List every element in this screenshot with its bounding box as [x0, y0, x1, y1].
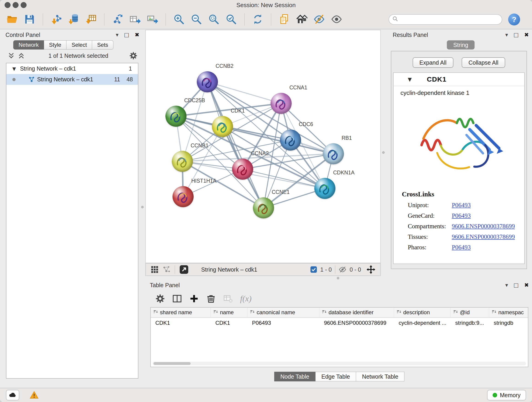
- network-collection-row[interactable]: ▼ String Network – cdk1 1: [6, 63, 138, 74]
- zoom-selected-button[interactable]: [225, 12, 238, 27]
- expand-all-button[interactable]: Expand All: [413, 57, 453, 68]
- import-network-database-button[interactable]: [67, 12, 80, 27]
- panel-float-icon[interactable]: □: [513, 282, 519, 288]
- export-image-button[interactable]: [146, 12, 159, 27]
- table-row[interactable]: CDK1CDK1P064939606.ENSP00000378699cyclin…: [151, 318, 528, 328]
- control-panel-tabs: NetworkStyleSelectSets: [13, 40, 143, 50]
- panel-float-icon[interactable]: □: [124, 32, 129, 38]
- scrollbar-thumb[interactable]: [153, 362, 191, 365]
- network-node-cdc6[interactable]: [280, 129, 301, 151]
- tab-node-table[interactable]: Node Table: [274, 372, 316, 381]
- network-row[interactable]: String Network – cdk1 11 48: [6, 74, 138, 85]
- horizontal-scrollbar[interactable]: [152, 362, 526, 365]
- tab-style[interactable]: Style: [44, 40, 66, 50]
- export-table-button[interactable]: [128, 12, 142, 27]
- crosslink-link[interactable]: P06493: [452, 212, 471, 219]
- show-details-button[interactable]: [330, 12, 343, 27]
- export-view-icon[interactable]: [179, 265, 189, 274]
- crosslink-link[interactable]: P06493: [452, 244, 471, 251]
- network-node-cdk1[interactable]: [212, 116, 233, 137]
- collection-expander-icon[interactable]: ▼: [12, 66, 16, 71]
- tab-select[interactable]: Select: [66, 40, 92, 50]
- panel-close-icon[interactable]: ✖: [524, 282, 529, 288]
- warnings-button[interactable]: [27, 390, 41, 400]
- function-builder-icon[interactable]: f(x): [240, 294, 252, 303]
- zoom-out-button[interactable]: [190, 12, 203, 27]
- column-header-description[interactable]: description: [394, 307, 451, 317]
- crosslink-link[interactable]: 9606.ENSP00000378699: [452, 233, 515, 240]
- column-header-canonical-name[interactable]: canonical name: [247, 307, 319, 317]
- column-header-database-identifier[interactable]: database identifier: [319, 307, 394, 317]
- search-box[interactable]: [389, 14, 502, 25]
- save-session-button[interactable]: [23, 12, 36, 27]
- hide-details-button[interactable]: [312, 12, 326, 27]
- refresh-view-button[interactable]: [251, 12, 264, 27]
- cloud-button[interactable]: [6, 390, 19, 400]
- column-header-name[interactable]: name: [211, 307, 247, 317]
- network-node-ccne1[interactable]: [253, 197, 274, 218]
- network-canvas[interactable]: CCNB2CCNA1CDC25BCDK1CDC6RB1CCNB1CCNA2CDK…: [145, 30, 381, 263]
- horizontal-splitter-handle[interactable]: [337, 277, 339, 279]
- help-button[interactable]: ?: [508, 13, 520, 26]
- memory-button[interactable]: Memory: [487, 390, 526, 400]
- add-column-icon[interactable]: [189, 294, 199, 303]
- search-input[interactable]: [400, 16, 499, 23]
- export-network-button[interactable]: [111, 12, 124, 27]
- panel-menu-icon[interactable]: ▾: [505, 282, 508, 288]
- vertical-splitter-handle[interactable]: [141, 206, 144, 208]
- network-node-ccna1[interactable]: [271, 93, 292, 114]
- minimize-window-button[interactable]: [13, 2, 19, 8]
- network-options-gear-icon[interactable]: [129, 51, 138, 60]
- panel-menu-icon[interactable]: ▾: [505, 32, 508, 38]
- show-columns-icon[interactable]: [172, 294, 182, 303]
- grid-view-icon[interactable]: [151, 266, 158, 274]
- network-node-hist1h1a[interactable]: [172, 186, 194, 207]
- expand-all-networks-icon[interactable]: [17, 52, 25, 60]
- collapse-all-networks-icon[interactable]: [7, 52, 15, 60]
- crosslink-link[interactable]: P06493: [452, 202, 471, 209]
- import-table-file-button[interactable]: [84, 12, 98, 27]
- table-settings-icon[interactable]: [155, 294, 165, 303]
- open-file-button[interactable]: [6, 12, 19, 27]
- column-header-shared-name[interactable]: shared name: [151, 307, 211, 317]
- zoom-window-button[interactable]: [21, 2, 27, 8]
- zoom-in-button[interactable]: [172, 12, 186, 27]
- collapse-all-button[interactable]: Collapse All: [462, 57, 505, 68]
- network-node-cdkn1a[interactable]: [314, 178, 336, 199]
- move-tool-icon[interactable]: [367, 265, 375, 274]
- selected-checkbox-icon[interactable]: [310, 266, 317, 273]
- panel-menu-icon[interactable]: ▾: [116, 32, 119, 38]
- panel-close-icon[interactable]: ✖: [135, 32, 139, 38]
- panel-close-icon[interactable]: ✖: [524, 32, 529, 38]
- network-node-cdc25b[interactable]: [165, 106, 186, 127]
- collapse-entry-icon[interactable]: ▼: [408, 77, 412, 82]
- table-body: CDK1CDK1P064939606.ENSP00000378699cyclin…: [151, 318, 528, 328]
- protein-card-header[interactable]: ▼ CDK1: [394, 73, 524, 86]
- network-edge[interactable]: [207, 82, 281, 103]
- network-node-ccna2[interactable]: [232, 159, 253, 180]
- network-edge[interactable]: [182, 161, 325, 188]
- tab-string[interactable]: String: [447, 40, 475, 50]
- import-network-file-button[interactable]: [50, 12, 63, 27]
- delete-table-icon[interactable]: [223, 294, 233, 303]
- crosslink-link[interactable]: 9606.ENSP00000378699: [452, 223, 515, 230]
- tab-edge-table[interactable]: Edge Table: [316, 372, 356, 381]
- network-node-ccnb1[interactable]: [172, 151, 193, 172]
- delete-column-icon[interactable]: [206, 294, 216, 303]
- hidden-eye-icon[interactable]: [339, 266, 346, 274]
- column-header--id[interactable]: @id: [451, 307, 489, 317]
- panel-float-icon[interactable]: □: [513, 32, 519, 38]
- network-node-ccnb2[interactable]: [197, 71, 218, 92]
- home-button[interactable]: [295, 12, 308, 27]
- network-tree: ▼ String Network – cdk1 1 String Network…: [6, 63, 138, 379]
- vertical-splitter-handle[interactable]: [382, 151, 385, 154]
- tab-sets[interactable]: Sets: [92, 40, 114, 50]
- column-header-namespac[interactable]: namespac: [489, 307, 528, 317]
- birdseye-view-icon[interactable]: [163, 266, 171, 274]
- open-doc-button[interactable]: [278, 12, 291, 27]
- tab-network[interactable]: Network: [13, 40, 44, 50]
- network-node-rb1[interactable]: [323, 143, 344, 164]
- close-window-button[interactable]: [5, 2, 11, 8]
- tab-network-table[interactable]: Network Table: [356, 372, 404, 381]
- zoom-fit-button[interactable]: [207, 12, 220, 27]
